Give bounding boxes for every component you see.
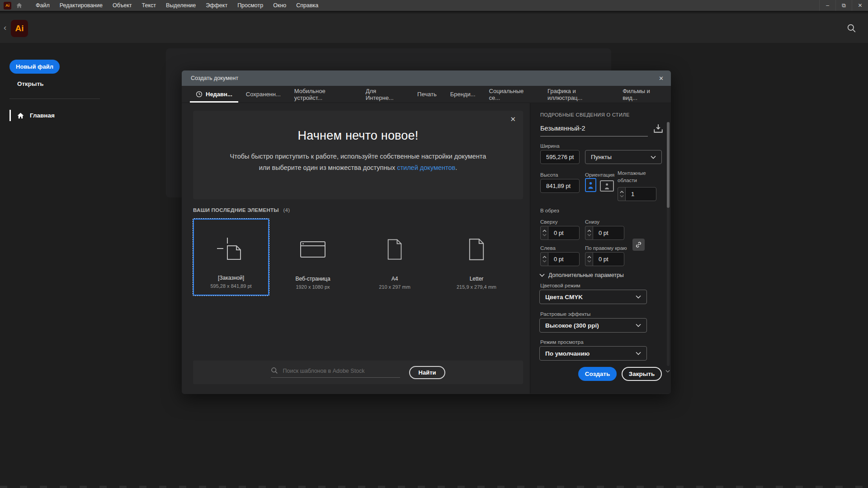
scrollbar-thumb[interactable] <box>667 122 670 208</box>
artboards-input[interactable]: 1 <box>625 187 656 201</box>
menu-file[interactable]: Файл <box>31 0 55 11</box>
preview-mode-value: По умолчанию <box>545 350 590 357</box>
minimize-button[interactable]: – <box>819 0 835 11</box>
width-input[interactable]: 595,276 pt <box>540 150 580 164</box>
stepper-arrows[interactable] <box>585 252 593 266</box>
tab-social[interactable]: Социальные се... <box>482 86 541 103</box>
raster-effects-dropdown[interactable]: Высокое (300 ppi) <box>539 318 647 333</box>
raster-effects-label: Растровые эффекты <box>540 311 590 317</box>
tab-branding[interactable]: Бренди... <box>443 86 482 103</box>
hero-text-end: . <box>455 164 457 171</box>
menu-type[interactable]: Текст <box>137 0 161 11</box>
bleed-left-input[interactable]: 0 pt <box>548 252 580 266</box>
close-window-button[interactable]: ✕ <box>852 0 868 11</box>
artboards-stepper[interactable]: 1 <box>618 187 656 201</box>
bleed-top-stepper[interactable]: 0 pt <box>540 226 580 240</box>
recent-item-name: Веб-страница <box>295 276 330 282</box>
recent-item-a4[interactable]: A4 210 x 297 mm <box>357 219 433 296</box>
hero-title: Начнем нечто новое! <box>193 111 523 143</box>
recent-items-heading: ВАШИ ПОСЛЕДНИЕ ЭЛЕМЕНТЫ (4) <box>193 207 290 213</box>
preset-details-panel: ПОДРОБНЫЕ СВЕДЕНИЯ О СТИЛЕ Безымянный-2 … <box>530 103 671 394</box>
close-icon[interactable]: ✕ <box>659 75 664 82</box>
restore-button[interactable]: ⧉ <box>835 0 852 11</box>
tab-mobile[interactable]: Мобильное устройст... <box>288 86 359 103</box>
color-mode-dropdown[interactable]: Цвета CMYK <box>539 290 647 304</box>
advanced-options-label: Дополнительные параметры <box>548 272 624 278</box>
document-name-input[interactable]: Безымянный-2 <box>540 125 648 136</box>
menu-select[interactable]: Выделение <box>161 0 201 11</box>
orientation-label: Ориентация <box>585 172 614 178</box>
open-button[interactable]: Открыть <box>17 80 44 87</box>
menu-window[interactable]: Окно <box>268 0 291 11</box>
menu-effect[interactable]: Эффект <box>201 0 232 11</box>
preview-mode-label: Режим просмотра <box>540 339 584 345</box>
web-page-icon <box>300 219 326 276</box>
back-chevron-icon[interactable]: ‹ <box>4 23 6 33</box>
units-dropdown[interactable]: Пункты <box>585 150 662 164</box>
scrollbar[interactable] <box>667 122 670 366</box>
recent-items-label: ВАШИ ПОСЛЕДНИЕ ЭЛЕМЕНТЫ <box>193 207 279 213</box>
chevron-down-icon <box>636 352 641 355</box>
height-label: Высота <box>540 172 558 178</box>
bleed-right-input[interactable]: 0 pt <box>593 252 624 266</box>
save-preset-icon[interactable] <box>653 123 664 134</box>
raster-effects-value: Высокое (300 ppi) <box>545 322 599 329</box>
height-input[interactable]: 841,89 pt <box>540 179 580 193</box>
tab-art-illustration[interactable]: Графика и иллюстрац... <box>541 86 616 103</box>
os-title-bar: Ai Файл Редактирование Объект Текст Выде… <box>0 0 868 12</box>
bleed-right-stepper[interactable]: 0 pt <box>585 252 624 266</box>
clipped-bottom-row <box>0 486 868 488</box>
bleed-left-stepper[interactable]: 0 pt <box>540 252 580 266</box>
bleed-top-label: Сверху <box>540 219 557 225</box>
sidebar-item-home[interactable]: Главная <box>9 110 55 121</box>
new-file-button[interactable]: Новый файл <box>9 60 60 74</box>
orientation-landscape-button[interactable] <box>600 180 614 192</box>
scroll-down-icon[interactable] <box>665 370 670 373</box>
dialog-title: Создать документ <box>191 75 238 81</box>
recent-item-size: 210 x 297 mm <box>379 284 410 290</box>
stepper-arrows[interactable] <box>618 187 625 201</box>
hero-banner: ✕ Начнем нечто новое! Чтобы быстро прист… <box>193 111 523 199</box>
advanced-options-toggle[interactable]: Дополнительные параметры <box>539 272 624 278</box>
preview-mode-dropdown[interactable]: По умолчанию <box>539 346 647 361</box>
close-icon[interactable]: ✕ <box>510 115 516 123</box>
stepper-arrows[interactable] <box>585 226 593 240</box>
home-icon <box>17 112 24 119</box>
menu-view[interactable]: Просмотр <box>232 0 268 11</box>
document-icon <box>468 219 485 276</box>
stock-search-input[interactable]: Поиск шаблонов в Adobe Stock <box>271 367 400 378</box>
illustrator-app-icon: Ai <box>4 2 11 9</box>
sidebar-divider <box>9 99 100 99</box>
tab-saved[interactable]: Сохраненн... <box>239 86 288 103</box>
menu-help[interactable]: Справка <box>291 0 323 11</box>
bleed-top-input[interactable]: 0 pt <box>548 226 580 240</box>
tab-recent[interactable]: Недавн... <box>189 86 239 103</box>
stepper-arrows[interactable] <box>540 252 548 266</box>
document-presets-link[interactable]: стилей документов <box>397 164 455 171</box>
search-icon[interactable] <box>847 23 856 33</box>
create-button[interactable]: Создать <box>578 367 617 381</box>
bleed-left-label: Слева <box>540 245 556 251</box>
bleed-bottom-stepper[interactable]: 0 pt <box>585 226 624 240</box>
bleed-bottom-input[interactable]: 0 pt <box>593 226 624 240</box>
search-icon <box>271 367 278 374</box>
recent-item-web-page[interactable]: Веб-страница 868 x 488 px <box>275 219 351 296</box>
app-bar: ‹ Ai <box>0 14 868 43</box>
orientation-portrait-button[interactable] <box>585 178 596 192</box>
recent-item-size: 868 x 488 px <box>296 284 330 290</box>
tab-web[interactable]: Для Интерне... <box>359 86 410 103</box>
find-button[interactable]: Найти <box>409 366 446 379</box>
recent-item-custom[interactable]: [Заказной] 595,28 x 841,89 pt <box>193 219 269 296</box>
recent-item-name: [Заказной] <box>218 275 244 281</box>
tab-film-video[interactable]: Фильмы и вид... <box>616 86 671 103</box>
chevron-down-icon <box>651 155 656 159</box>
recent-item-letter[interactable]: Letter 215,9 x 279,4 mm <box>439 219 514 296</box>
stepper-arrows[interactable] <box>540 226 548 240</box>
recent-item-name: A4 <box>392 276 398 282</box>
menu-object[interactable]: Объект <box>108 0 137 11</box>
cancel-button[interactable]: Закрыть <box>622 367 662 381</box>
menu-edit[interactable]: Редактирование <box>55 0 108 11</box>
home-icon[interactable] <box>16 2 23 9</box>
link-bleed-values-button[interactable] <box>632 239 645 251</box>
tab-print[interactable]: Печать <box>410 86 443 103</box>
